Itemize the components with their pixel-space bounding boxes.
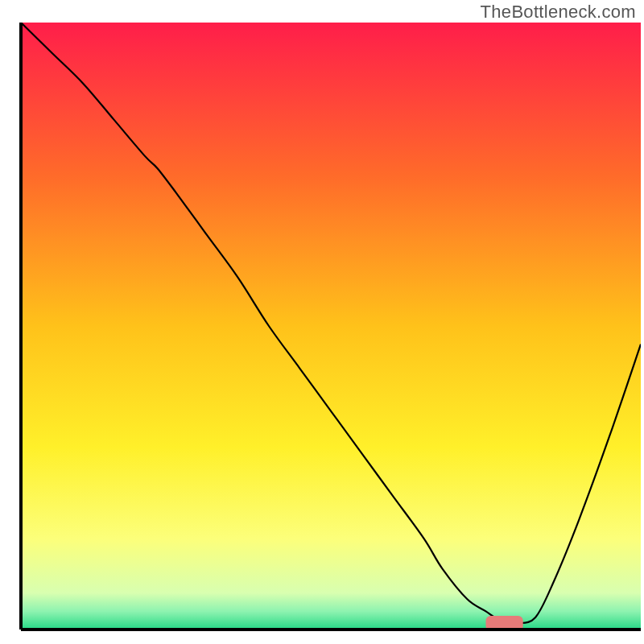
gradient-background: [21, 23, 641, 630]
bottleneck-chart: [0, 0, 644, 644]
chart-container: TheBottleneck.com: [0, 0, 644, 644]
watermark-text: TheBottleneck.com: [481, 2, 636, 23]
